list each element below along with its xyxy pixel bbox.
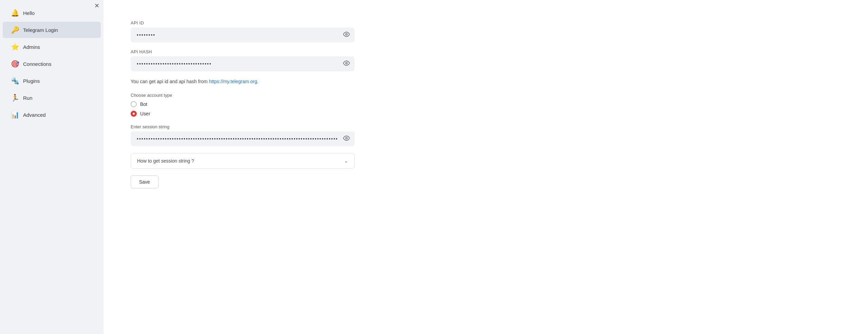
api-id-eye-icon[interactable] (343, 31, 350, 39)
radio-user-label: User (140, 111, 150, 116)
form-section: API ID API HASH You can get api (131, 20, 355, 188)
sidebar-item-hello[interactable]: 🔔Hello (3, 5, 101, 21)
account-type-radio-group: Bot User (131, 101, 355, 117)
sidebar-item-telegram-login[interactable]: 🔑Telegram Login (3, 22, 101, 38)
session-label: Enter session string (131, 124, 355, 129)
sidebar-item-plugins[interactable]: 🔩Plugins (3, 73, 101, 89)
session-input[interactable] (131, 131, 355, 146)
sidebar-item-label-plugins: Plugins (23, 78, 40, 84)
api-id-input[interactable] (131, 27, 355, 42)
radio-user-circle[interactable] (131, 111, 137, 117)
advanced-icon: 📊 (11, 111, 19, 119)
admins-icon: ⭐ (11, 43, 19, 51)
sidebar: ✕ 🔔Hello🔑Telegram Login⭐Admins🎯Connectio… (0, 0, 103, 334)
api-id-label: API ID (131, 20, 355, 25)
run-icon: 🏃 (11, 94, 19, 102)
sidebar-item-label-hello: Hello (23, 10, 35, 16)
sidebar-item-run[interactable]: 🏃Run (3, 90, 101, 106)
api-hash-wrapper (131, 56, 355, 71)
sidebar-item-connections[interactable]: 🎯Connections (3, 56, 101, 72)
svg-point-1 (346, 62, 347, 64)
chevron-down-icon: ⌄ (344, 158, 348, 164)
radio-bot-option[interactable]: Bot (131, 101, 355, 107)
api-hash-label: API HASH (131, 49, 355, 54)
accordion-header[interactable]: How to get session string ? ⌄ (131, 153, 354, 168)
api-hash-input[interactable] (131, 56, 355, 71)
plugins-icon: 🔩 (11, 77, 19, 85)
radio-bot-circle[interactable] (131, 101, 137, 107)
connections-icon: 🎯 (11, 60, 19, 68)
telegram-org-link[interactable]: https://my.telegram.org (209, 79, 257, 84)
sidebar-item-admins[interactable]: ⭐Admins (3, 39, 101, 55)
info-text: You can get api id and api hash from htt… (131, 78, 355, 85)
api-hash-eye-icon[interactable] (343, 60, 350, 68)
hello-icon: 🔔 (11, 9, 19, 17)
sidebar-item-advanced[interactable]: 📊Advanced (3, 107, 101, 123)
save-button[interactable]: Save (131, 175, 158, 188)
sidebar-item-label-connections: Connections (23, 61, 51, 67)
sidebar-item-label-advanced: Advanced (23, 112, 46, 118)
session-wrapper (131, 131, 355, 146)
radio-bot-label: Bot (140, 101, 147, 107)
accordion-label: How to get session string ? (137, 158, 194, 164)
main-content: API ID API HASH You can get api (103, 0, 868, 334)
api-id-wrapper (131, 27, 355, 42)
radio-user-option[interactable]: User (131, 111, 355, 117)
account-type-label: Choose account type (131, 93, 355, 98)
sidebar-item-label-telegram-login: Telegram Login (23, 27, 58, 33)
sidebar-item-label-run: Run (23, 95, 33, 101)
telegram-login-icon: 🔑 (11, 26, 19, 34)
session-eye-icon[interactable] (343, 135, 350, 143)
session-help-accordion[interactable]: How to get session string ? ⌄ (131, 153, 355, 169)
svg-point-2 (346, 137, 347, 139)
close-button[interactable]: ✕ (94, 3, 99, 9)
sidebar-item-label-admins: Admins (23, 44, 40, 50)
svg-point-0 (346, 34, 347, 35)
